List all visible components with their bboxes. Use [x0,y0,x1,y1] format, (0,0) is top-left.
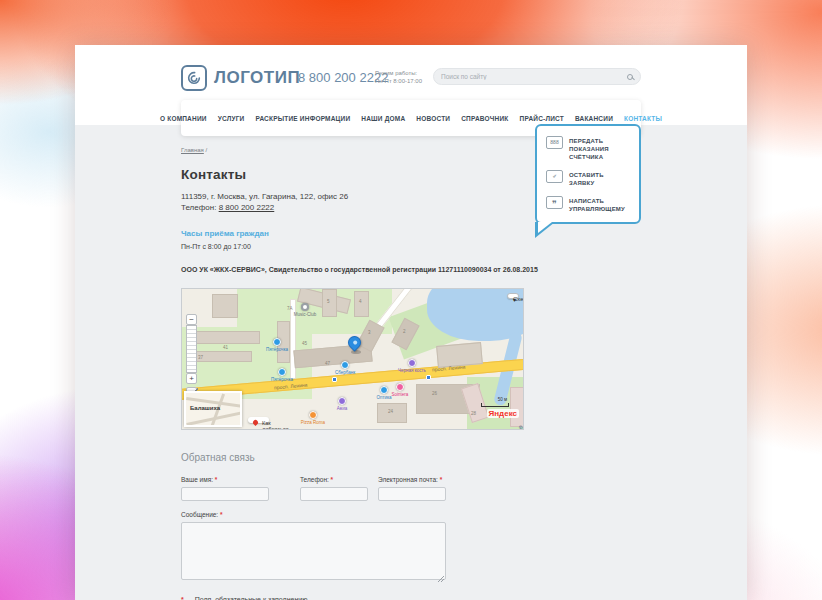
map-poi[interactable]: Pizza Roma [293,411,333,425]
reception-hours-value: Пн-Пт с 8:00 до 17:00 [181,243,641,250]
map-building [354,291,369,317]
phone-label: Телефон: [181,203,216,212]
map-building-number: 4 [359,299,362,304]
action-write-to-manager[interactable]: ❞ НАПИСАТЬ УПРАВЛЯЮЩЕМУ [546,196,631,213]
map-scale-bar [481,403,509,407]
poi-icon [278,368,286,376]
poi-icon [338,397,346,405]
yandex-logo[interactable]: Яндекс [487,409,519,418]
directions-button[interactable]: Как добраться [248,417,269,423]
nav-item-price-list[interactable]: ПРАЙС-ЛИСТ [520,115,564,122]
action-label: ОСТАВИТЬ ЗАЯВКУ [569,170,631,187]
breadcrumb-home-link[interactable]: Главная [181,147,204,153]
email-field[interactable] [378,487,446,501]
map-poi[interactable]: Music-Club [285,303,325,317]
map-building-number: 28 [471,411,476,416]
map-terms-link[interactable]: Условия использования [519,426,524,430]
feedback-fields-row: Ваше имя: * Телефон: * [181,476,641,501]
map-building [190,331,260,344]
phone-field[interactable] [300,487,368,501]
required-mark: * [331,476,334,483]
bus-stop-icon [426,375,431,380]
action-label: ПЕРЕДАТЬ ПОКАЗАНИЯ СЧЁТЧИКА [569,136,631,161]
email-field-group: Электронная почта: * [378,476,446,501]
map-poi[interactable]: Черная кость [392,359,432,373]
name-field-label: Ваше имя: * [181,476,269,483]
breadcrumb-separator: / [206,147,208,153]
action-leave-request[interactable]: ✐ ОСТАВИТЬ ЗАЯВКУ [546,170,631,187]
map-scale-label: 50 м [498,397,507,402]
map-poi[interactable]: Sointera [380,383,420,397]
message-field-label: Сообщение: * [181,511,641,518]
map-poi[interactable]: Сбербанк [325,361,365,375]
phone-link[interactable]: 8 800 200 2222 [219,203,275,212]
mini-map-city-label: Балашиха [190,405,220,411]
action-label: НАПИСАТЬ УПРАВЛЯЮЩЕМУ [569,196,631,213]
map-building-number: 5 [327,299,330,304]
zoom-in-button[interactable]: + [186,373,197,384]
map-building-number: 24 [388,409,393,414]
map-building [510,387,524,427]
nav-item-disclosure[interactable]: РАСКРЫТИЕ ИНФОРМАЦИИ [255,115,350,122]
work-hours-label: Режим работы: [375,69,422,77]
map-layer-button[interactable]: Схема ▾ [507,293,519,299]
poi-icon [301,303,309,311]
required-fields-note: * — Поля, обязательные к заполнению. [181,596,641,600]
map-poi[interactable]: Пятёрочка [262,368,302,382]
page-body: О КОМПАНИИ УСЛУГИ РАСКРЫТИЕ ИНФОРМАЦИИ Н… [75,125,747,600]
map-building-number: 26 [432,391,437,396]
meter-icon: 888 [546,136,563,149]
reception-hours-title: Часы приёма граждан [181,229,641,238]
bus-stop-icon [332,377,337,382]
action-send-meter-readings[interactable]: 888 ПЕРЕДАТЬ ПОКАЗАНИЯ СЧЁТЧИКА [546,136,631,161]
required-mark: * [440,476,443,483]
nav-item-news[interactable]: НОВОСТИ [416,115,450,122]
logo-icon [181,65,207,91]
name-field-group: Ваше имя: * [181,476,269,501]
nav-item-services[interactable]: УСЛУГИ [218,115,245,122]
poi-icon [273,338,281,346]
map-building [212,294,238,318]
phone-field-group: Телефон: * [300,476,368,501]
email-field-label: Электронная почта: * [378,476,446,483]
pencil-icon: ✐ [546,170,563,183]
site-card: ЛОГОТИП 8 800 200 2222 Режим работы: Пн-… [75,45,747,600]
yandex-map[interactable]: 37 41 45 47 7А 5 4 3 2 24 26 28 просп. Л… [181,288,524,430]
required-mark: * [215,476,218,483]
nav-item-our-houses[interactable]: НАШИ ДОМА [361,115,405,122]
chevron-down-icon: ▾ [513,296,516,303]
map-building-number: 41 [223,345,228,350]
search-icon[interactable] [627,74,633,80]
required-mark: * [181,596,184,600]
message-field[interactable] [181,522,446,580]
map-building-number: 37 [198,355,203,360]
map-building-number: 3 [368,330,371,335]
quote-icon: ❞ [546,196,563,209]
zoom-slider[interactable] [186,325,197,373]
nav-item-contacts[interactable]: КОНТАКТЫ [624,115,662,122]
nav-item-directory[interactable]: СПРАВОЧНИК [461,115,508,122]
poi-icon [396,383,404,391]
name-field[interactable] [181,487,269,501]
search-box [433,68,641,85]
mini-map[interactable]: Балашиха [184,391,242,427]
map-poi[interactable]: Пятёрочка [257,338,297,352]
poi-icon [408,359,416,367]
registration-line: ООО УК «ЖКХ-СЕРВИС», Свидетельство о гос… [181,266,641,273]
zoom-out-button[interactable]: − [186,314,197,325]
phone-field-label: Телефон: * [300,476,368,483]
poi-icon [309,411,317,419]
quick-actions-panel: 888 ПЕРЕДАТЬ ПОКАЗАНИЯ СЧЁТЧИКА ✐ ОСТАВИ… [535,124,641,224]
poi-icon [341,361,349,369]
map-poi[interactable]: Авиа [322,397,362,411]
work-hours: Режим работы: Пн-Пт 8:00-17:00 [375,69,422,85]
work-hours-value: Пн-Пт 8:00-17:00 [375,77,422,85]
feedback-form-title: Обратная связь [181,452,641,463]
logo-text: ЛОГОТИП [214,68,300,88]
nav-item-vacancies[interactable]: ВАКАНСИИ [575,115,613,122]
nav-item-about[interactable]: О КОМПАНИИ [160,115,207,122]
map-building-number: 2 [403,329,406,334]
logo[interactable]: ЛОГОТИП [181,65,300,91]
required-mark: * [220,511,223,518]
search-input[interactable] [441,73,627,80]
